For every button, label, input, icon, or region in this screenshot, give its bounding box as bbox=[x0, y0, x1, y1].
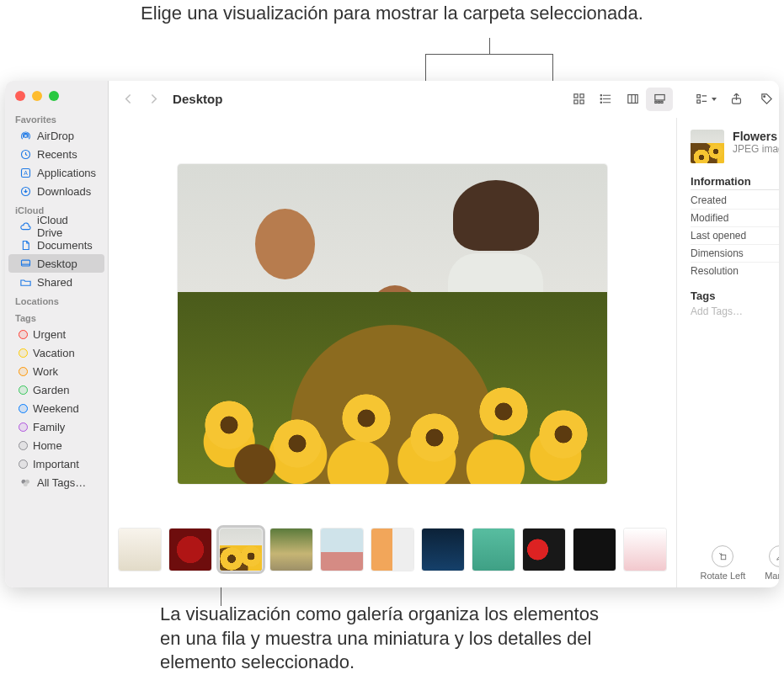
view-gallery-button[interactable] bbox=[646, 88, 673, 111]
tags-section-label: Tags bbox=[691, 290, 779, 302]
tag-dot-icon bbox=[19, 404, 28, 413]
thumbnail-item-selected[interactable] bbox=[220, 529, 262, 571]
svg-rect-22 bbox=[697, 100, 701, 104]
svg-rect-19 bbox=[658, 101, 659, 103]
quick-action-label: Markup bbox=[765, 571, 779, 581]
tag-dot-icon bbox=[19, 330, 28, 339]
svg-point-13 bbox=[600, 95, 601, 96]
nav-forward-button[interactable] bbox=[141, 88, 166, 111]
svg-point-8 bbox=[23, 481, 27, 486]
sidebar-item-downloads[interactable]: Downloads bbox=[8, 182, 104, 200]
document-icon bbox=[19, 238, 32, 252]
sidebar-section-tags: Tags bbox=[5, 308, 108, 325]
view-column-button[interactable] bbox=[619, 88, 646, 111]
tag-dot-icon bbox=[19, 367, 28, 376]
thumbnail-item[interactable] bbox=[119, 529, 161, 571]
svg-point-0 bbox=[24, 134, 27, 137]
view-list-button[interactable] bbox=[592, 88, 619, 111]
cloud-icon bbox=[19, 220, 32, 233]
sidebar-tag-work[interactable]: Work bbox=[8, 362, 104, 380]
info-row: ModifiedToday, 9:41 AM bbox=[691, 210, 779, 227]
sidebar-item-label: Vacation bbox=[33, 347, 75, 359]
thumbnail-item[interactable] bbox=[422, 529, 464, 571]
info-row: Resolution72×72 bbox=[691, 263, 779, 279]
thumbnail-item[interactable] bbox=[270, 529, 312, 571]
quick-actions: Rotate Left Markup More… bbox=[691, 534, 779, 581]
info-row: Last openedToday, 5:34 PM bbox=[691, 227, 779, 245]
thumbnail-item[interactable] bbox=[371, 529, 413, 571]
sidebar-tag-vacation[interactable]: Vacation bbox=[8, 343, 104, 362]
desktop-icon bbox=[19, 257, 32, 270]
thumbnail-item[interactable] bbox=[169, 529, 211, 571]
gallery-pane bbox=[109, 118, 677, 587]
sidebar-tag-weekend[interactable]: Weekend bbox=[8, 399, 104, 417]
tags-button[interactable] bbox=[754, 88, 779, 111]
share-button[interactable] bbox=[723, 88, 749, 111]
sidebar-item-icloud-drive[interactable]: iCloud Drive bbox=[8, 217, 104, 236]
svg-point-24 bbox=[763, 96, 765, 98]
callout-gallery-view: La visualización como galería organiza l… bbox=[160, 603, 615, 675]
sidebar-item-label: Important bbox=[33, 458, 79, 470]
preview-image[interactable] bbox=[178, 164, 607, 484]
toolbar: Desktop bbox=[109, 81, 779, 118]
sidebar: Favorites AirDrop Recents A Applications… bbox=[5, 81, 109, 587]
group-by-button[interactable] bbox=[693, 88, 718, 111]
all-tags-icon bbox=[19, 476, 32, 489]
clock-icon bbox=[19, 147, 32, 161]
sidebar-tag-garden[interactable]: Garden bbox=[8, 380, 104, 399]
file-name: Flowers bbox=[733, 130, 779, 143]
quick-action-label: Rotate Left bbox=[701, 571, 746, 581]
sidebar-tag-urgent[interactable]: Urgent bbox=[8, 325, 104, 343]
view-icon-button[interactable] bbox=[565, 88, 592, 111]
markup-button[interactable]: Markup bbox=[765, 545, 779, 581]
finder-window: Favorites AirDrop Recents A Applications… bbox=[5, 81, 779, 587]
window-minimize-button[interactable] bbox=[32, 91, 42, 101]
sidebar-item-airdrop[interactable]: AirDrop bbox=[8, 126, 104, 145]
svg-text:A: A bbox=[24, 170, 28, 176]
sidebar-section-locations: Locations bbox=[5, 291, 108, 308]
thumbnail-item[interactable] bbox=[472, 529, 515, 571]
view-switcher bbox=[565, 88, 673, 111]
window-title: Desktop bbox=[173, 92, 222, 106]
info-section-label: Information bbox=[691, 175, 751, 188]
svg-rect-5 bbox=[21, 260, 29, 266]
sidebar-item-label: Work bbox=[33, 365, 58, 378]
sidebar-item-documents[interactable]: Documents bbox=[8, 236, 104, 254]
window-zoom-button[interactable] bbox=[49, 91, 59, 101]
sidebar-item-desktop[interactable]: Desktop bbox=[8, 254, 104, 273]
thumbnail-item[interactable] bbox=[624, 529, 666, 571]
thumbnail-item[interactable] bbox=[573, 529, 616, 571]
callout-view-toolbar: Elige una visualización para mostrar la … bbox=[0, 2, 784, 26]
sidebar-item-shared[interactable]: Shared bbox=[8, 273, 104, 291]
main-area: Desktop bbox=[109, 81, 779, 587]
svg-rect-10 bbox=[580, 94, 584, 98]
svg-rect-18 bbox=[654, 101, 656, 103]
sidebar-item-label: Urgent bbox=[33, 328, 66, 341]
sidebar-item-label: Shared bbox=[37, 276, 72, 289]
nav-back-button[interactable] bbox=[115, 88, 141, 111]
thumbnail-item[interactable] bbox=[321, 529, 363, 571]
rotate-left-icon bbox=[712, 545, 733, 567]
sidebar-item-label: All Tags… bbox=[37, 476, 86, 489]
apps-icon: A bbox=[19, 166, 32, 179]
sidebar-tag-home[interactable]: Home bbox=[8, 436, 104, 454]
sidebar-item-applications[interactable]: A Applications bbox=[8, 163, 104, 182]
sidebar-all-tags[interactable]: All Tags… bbox=[8, 473, 104, 491]
add-tags-field[interactable]: Add Tags… bbox=[691, 305, 779, 317]
svg-rect-17 bbox=[654, 95, 664, 100]
sidebar-item-label: Recents bbox=[37, 148, 77, 161]
markup-icon bbox=[769, 545, 779, 567]
thumbnail-item[interactable] bbox=[523, 529, 565, 571]
sidebar-tag-important[interactable]: Important bbox=[8, 454, 104, 473]
preview-area bbox=[109, 118, 676, 522]
svg-rect-9 bbox=[573, 94, 577, 98]
info-pane: Flowers JPEG image - 2.5 MB Information … bbox=[677, 118, 779, 587]
info-thumbnail bbox=[691, 130, 724, 163]
info-row: Dimensions2800 x 1800 bbox=[691, 245, 779, 263]
window-close-button[interactable] bbox=[15, 91, 25, 101]
sidebar-tag-family[interactable]: Family bbox=[8, 417, 104, 436]
svg-rect-21 bbox=[697, 95, 701, 98]
thumbnail-strip[interactable] bbox=[109, 522, 676, 587]
sidebar-item-recents[interactable]: Recents bbox=[8, 145, 104, 163]
rotate-left-button[interactable]: Rotate Left bbox=[701, 545, 746, 581]
